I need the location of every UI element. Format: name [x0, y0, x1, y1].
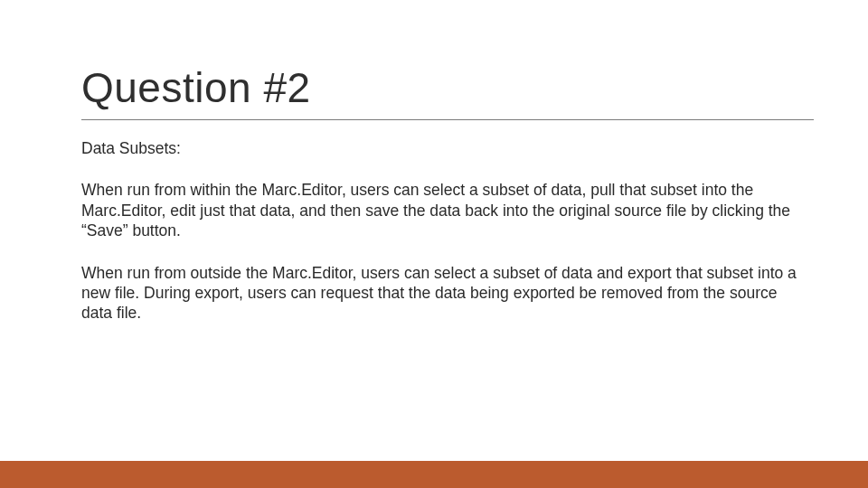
- title-underline: [81, 119, 814, 120]
- paragraph-2: When run from outside the Marc.Editor, u…: [81, 263, 805, 324]
- accent-bar: [0, 461, 868, 488]
- slide: Question #2 Data Subsets: When run from …: [0, 0, 868, 488]
- paragraph-1: When run from within the Marc.Editor, us…: [81, 180, 805, 240]
- slide-content: Question #2 Data Subsets: When run from …: [81, 63, 814, 345]
- slide-title: Question #2: [81, 63, 814, 112]
- subtitle: Data Subsets:: [81, 138, 805, 158]
